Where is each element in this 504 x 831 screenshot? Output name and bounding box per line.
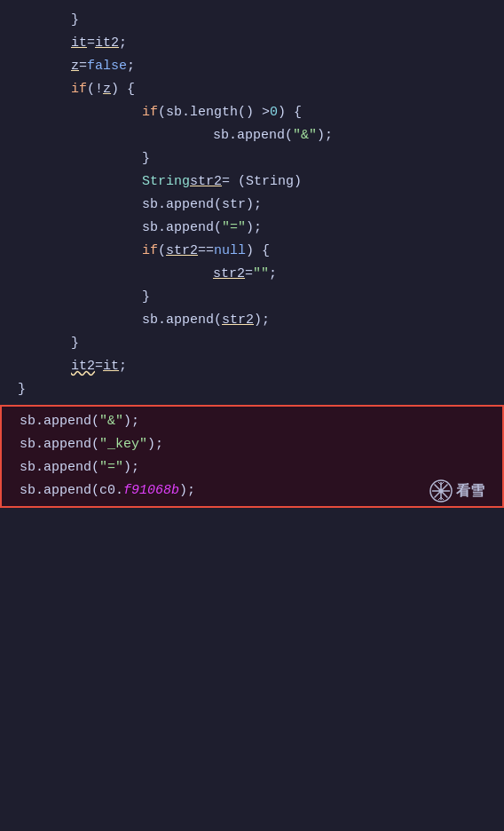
code-line: if (! z ) {	[0, 78, 504, 101]
code-text: it2	[95, 33, 119, 54]
code-text: ;	[269, 264, 277, 285]
watermark-text: 看雪	[456, 479, 484, 503]
code-text: "_key"	[99, 434, 147, 455]
code-text: sb.append(	[20, 411, 99, 432]
code-text: sb.append(	[20, 434, 99, 455]
code-line: String str2 = (String)	[0, 170, 504, 194]
code-text: sb.append(	[213, 125, 293, 146]
highlighted-code-block: sb.append( "&" ); sb.append( "_key" ); s…	[0, 405, 504, 508]
code-text: sb.append(	[20, 457, 99, 479]
code-text: ) {	[246, 241, 270, 262]
code-text: }	[142, 148, 150, 170]
code-text: if	[71, 79, 87, 100]
code-text: ;	[127, 56, 135, 77]
code-text: ;	[119, 356, 127, 377]
code-block: } it = it2 ; z = false ; if (! z ) { if …	[0, 0, 504, 831]
code-line: str2 = "" ;	[0, 263, 504, 286]
code-line: it = it2 ;	[0, 32, 504, 55]
code-line: }	[0, 378, 504, 401]
code-text: str2	[190, 171, 222, 193]
code-text: =	[245, 264, 253, 285]
code-line: sb.append( str2 );	[0, 309, 504, 332]
code-text: sb.append(str);	[142, 194, 262, 216]
code-text: str2	[166, 241, 198, 262]
highlighted-line: sb.append( "&" );	[2, 410, 502, 433]
code-text: );	[254, 310, 270, 331]
code-text: ""	[253, 264, 269, 285]
highlighted-line: sb.append(c0. f91068b );	[2, 479, 502, 503]
code-text: );	[147, 434, 163, 455]
code-text: }	[142, 287, 150, 308]
code-text: z	[71, 56, 79, 77]
code-text: it2	[71, 356, 95, 377]
code-text: ) {	[111, 79, 135, 100]
code-text: (	[158, 241, 166, 262]
snowflake-icon	[429, 479, 453, 503]
code-text: =	[87, 33, 95, 54]
code-text: ;	[119, 33, 127, 54]
code-text: );	[123, 457, 139, 479]
code-line: }	[0, 147, 504, 170]
code-text: str2	[213, 264, 245, 285]
code-text: );	[246, 218, 262, 239]
code-text: 0	[270, 102, 278, 123]
code-line: }	[0, 9, 504, 32]
code-text: String	[142, 171, 190, 193]
code-text: null	[214, 241, 246, 262]
code-field-name: f91068b	[123, 480, 179, 502]
code-line: }	[0, 286, 504, 309]
code-text: =	[95, 356, 103, 377]
code-text: }	[71, 333, 79, 354]
code-text: z	[103, 79, 111, 100]
code-text: "&"	[293, 125, 317, 146]
code-text: =	[79, 56, 87, 77]
svg-point-5	[439, 489, 444, 494]
code-line: sb.append(str);	[0, 194, 504, 217]
code-text: ) {	[278, 102, 302, 123]
code-text: ==	[198, 241, 214, 262]
watermark: 看雪	[429, 479, 484, 503]
code-text: str2	[222, 310, 254, 331]
code-text: );	[317, 125, 333, 146]
code-line: sb.append( "=" );	[0, 217, 504, 240]
code-text: "="	[222, 218, 246, 239]
code-text: if	[142, 102, 158, 123]
code-text: sb.append(	[142, 310, 222, 331]
code-text: "&"	[99, 411, 123, 432]
code-line: if ( str2 == null ) {	[0, 240, 504, 263]
code-text: );	[123, 411, 139, 432]
code-text: it	[103, 356, 119, 377]
code-text: }	[18, 379, 26, 400]
highlighted-line: sb.append( "_key" );	[2, 433, 502, 456]
code-line: sb.append( "&" );	[0, 124, 504, 147]
code-text: (!	[87, 79, 103, 100]
code-text: "="	[99, 457, 123, 479]
code-text: );	[179, 480, 195, 502]
code-editor: } it = it2 ; z = false ; if (! z ) { if …	[0, 0, 504, 831]
code-text: if	[142, 241, 158, 262]
highlighted-line: sb.append( "=" );	[2, 456, 502, 479]
code-text: it	[71, 33, 87, 54]
code-text: = (String)	[222, 171, 302, 193]
code-line: if (sb.length() > 0 ) {	[0, 101, 504, 124]
code-text: sb.append(c0.	[20, 480, 123, 502]
code-text: }	[71, 10, 79, 31]
code-line: }	[0, 332, 504, 355]
code-text: false	[87, 56, 127, 77]
code-line: it2 = it ;	[0, 355, 504, 378]
code-text: (sb.length() >	[158, 102, 270, 123]
code-line: z = false ;	[0, 55, 504, 78]
code-text: sb.append(	[142, 218, 222, 239]
